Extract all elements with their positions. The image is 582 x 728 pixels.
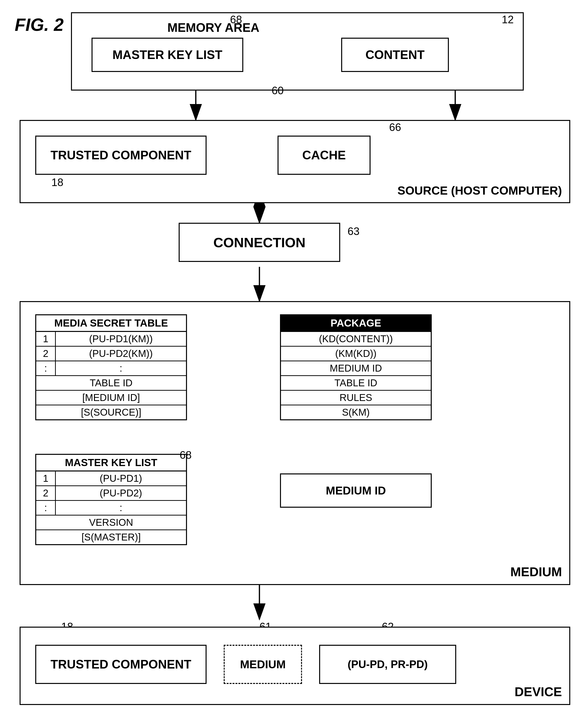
mkl-footer2-text: [S(MASTER)] (36, 530, 186, 544)
content-box: CONTENT (341, 38, 449, 72)
ref-12: 12 (502, 14, 514, 26)
mst-col2-1: (PU-PD1(KM)) (56, 332, 186, 346)
cache-box: CACHE (277, 136, 371, 175)
pkg-row-5: RULES (281, 391, 431, 406)
medium-dashed-box: MEDIUM (224, 645, 302, 684)
media-secret-row-1: 1 (PU-PD1(KM)) (36, 332, 186, 347)
mkl-footer2: [S(MASTER)] (36, 530, 186, 544)
pkg-row-6-text: S(KM) (281, 406, 431, 419)
mst-footer2-text: [MEDIUM ID] (36, 391, 186, 405)
medium-dashed-label: MEDIUM (240, 658, 286, 671)
mkl-col1-3: : (36, 501, 56, 515)
ref-68-memory: 68 (230, 14, 242, 26)
mst-col1-2: 2 (36, 347, 56, 361)
mkl-row-3: : : (36, 501, 186, 516)
pkg-row-3-text: MEDIUM ID (281, 361, 431, 375)
source-section: TRUSTED COMPONENT CACHE SOURCE (HOST COM… (20, 120, 570, 203)
mst-col2-2: (PU-PD2(KM)) (56, 347, 186, 361)
source-label: SOURCE (HOST COMPUTER) (397, 184, 562, 197)
medium-label: MEDIUM (510, 565, 562, 579)
fig-label: FIG. 2 (15, 15, 63, 35)
pkg-row-3: MEDIUM ID (281, 361, 431, 376)
pkg-row-4: TABLE ID (281, 376, 431, 391)
medium-id-box: MEDIUM ID (280, 473, 432, 508)
package-header: PACKAGE (281, 315, 431, 332)
mst-footer3-text: [S(SOURCE)] (36, 406, 186, 419)
mst-col1-1: 1 (36, 332, 56, 346)
mkl-col1-1: 1 (36, 471, 56, 486)
pkg-row-1: (KD(CONTENT)) (281, 332, 431, 347)
ref-68-mkl: 68 (180, 449, 192, 461)
mkl-col2-2: (PU-PD2) (56, 486, 186, 500)
package-table: PACKAGE (KD(CONTENT)) (KM(KD)) MEDIUM ID… (280, 314, 432, 420)
ref-66-cache: 66 (389, 121, 401, 133)
media-secret-footer1: TABLE ID (36, 376, 186, 391)
ref-63: 63 (347, 225, 360, 237)
media-secret-footer3: [S(SOURCE)] (36, 406, 186, 419)
media-secret-table: MEDIA SECRET TABLE 1 (PU-PD1(KM)) 2 (PU-… (35, 314, 187, 420)
diagram-container: FIG. 2 MEMORY AREA MASTER KEY LIST CONTE… (0, 0, 582, 728)
pu-pd-box: (PU-PD, PR-PD) (319, 645, 456, 684)
mst-footer1-text: TABLE ID (36, 376, 186, 390)
mkl-row-1: 1 (PU-PD1) (36, 471, 186, 486)
pkg-row-2-text: (KM(KD)) (281, 347, 431, 361)
trusted-component-top-box: TRUSTED COMPONENT (35, 136, 207, 175)
master-key-list-header: MASTER KEY LIST (36, 455, 186, 471)
mkl-col2-1: (PU-PD1) (56, 471, 186, 486)
pkg-row-1-text: (KD(CONTENT)) (281, 332, 431, 346)
pkg-row-4-text: TABLE ID (281, 376, 431, 390)
master-key-list-box: MASTER KEY LIST (91, 38, 243, 72)
media-secret-header: MEDIA SECRET TABLE (36, 315, 186, 332)
mst-col1-3: : (36, 361, 56, 375)
mkl-col2-3: : (56, 501, 186, 515)
media-secret-footer2: [MEDIUM ID] (36, 391, 186, 406)
medium-section: MEDIA SECRET TABLE 1 (PU-PD1(KM)) 2 (PU-… (20, 301, 570, 585)
device-label: DEVICE (514, 684, 562, 699)
master-key-list-table: MASTER KEY LIST 1 (PU-PD1) 2 (PU-PD2) : … (35, 454, 187, 545)
memory-area-section: MEMORY AREA MASTER KEY LIST CONTENT (71, 12, 524, 90)
pkg-row-5-text: RULES (281, 391, 431, 405)
mkl-footer1-text: VERSION (36, 516, 186, 529)
mst-col2-3: : (56, 361, 186, 375)
pkg-row-2: (KM(KD)) (281, 347, 431, 361)
device-section: TRUSTED COMPONENT MEDIUM (PU-PD, PR-PD) … (20, 627, 570, 705)
trusted-component-bottom-box: TRUSTED COMPONENT (35, 645, 207, 684)
memory-area-label: MEMORY AREA (167, 21, 259, 35)
media-secret-row-3: : : (36, 361, 186, 376)
ref-60: 60 (272, 84, 284, 97)
mkl-row-2: 2 (PU-PD2) (36, 486, 186, 501)
media-secret-row-2: 2 (PU-PD2(KM)) (36, 347, 186, 361)
ref-18-top: 18 (51, 176, 63, 188)
connection-box: CONNECTION (179, 223, 340, 262)
mkl-footer1: VERSION (36, 516, 186, 530)
pkg-row-6: S(KM) (281, 406, 431, 419)
mkl-col1-2: 2 (36, 486, 56, 500)
